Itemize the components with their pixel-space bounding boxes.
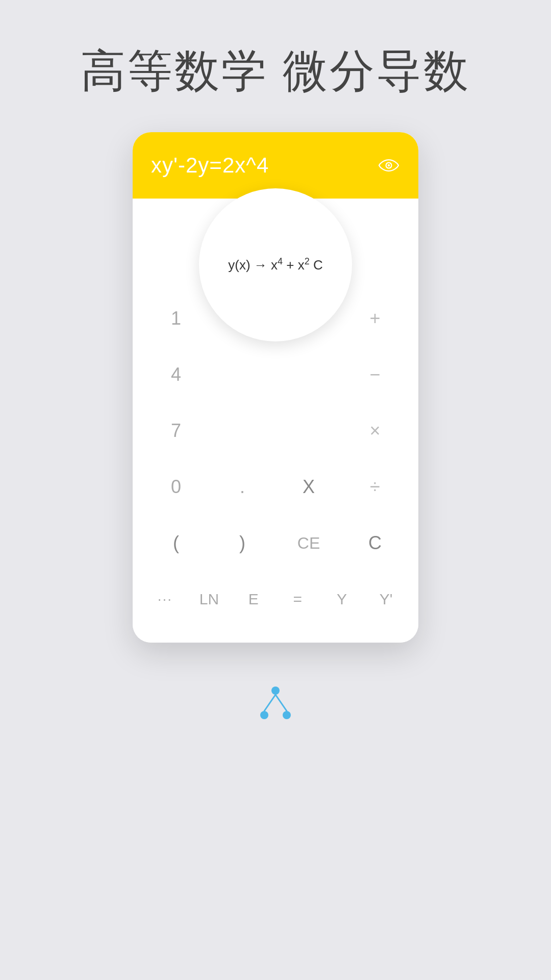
key-4[interactable]: 4 <box>143 347 209 403</box>
svg-point-4 <box>283 711 291 719</box>
calc-expression: xy'-2y=2x^4 <box>151 153 269 178</box>
key-close-paren[interactable]: ) <box>209 515 276 571</box>
key-minus[interactable]: − <box>342 347 408 403</box>
key-9[interactable] <box>276 403 342 459</box>
key-e[interactable]: E <box>231 571 276 627</box>
key-y-prime[interactable]: Y' <box>364 571 408 627</box>
key-0[interactable]: 0 <box>143 459 209 515</box>
key-ln[interactable]: LN <box>187 571 232 627</box>
key-5[interactable] <box>209 347 276 403</box>
svg-line-6 <box>276 695 287 711</box>
svg-line-5 <box>264 695 276 711</box>
app-icon-container <box>255 683 296 726</box>
key-x[interactable]: X <box>276 459 342 515</box>
svg-point-2 <box>271 687 280 695</box>
svg-point-1 <box>388 164 390 167</box>
key-equals[interactable]: = <box>276 571 320 627</box>
key-1[interactable]: 1 <box>143 290 209 347</box>
key-open-paren[interactable]: ( <box>143 515 209 571</box>
svg-point-3 <box>260 711 268 719</box>
calc-extra-row: ··· LN E = Y Y' <box>143 571 408 627</box>
key-6[interactable] <box>276 347 342 403</box>
key-plus[interactable]: + <box>342 290 408 347</box>
key-c[interactable]: C <box>342 515 408 571</box>
key-ce[interactable]: CE <box>276 515 342 571</box>
calculator-card: xy'-2y=2x^4 y(x) → x4 + x2 C 1 2 3 + 4 <box>133 132 418 643</box>
result-bubble: y(x) → x4 + x2 C <box>199 188 352 341</box>
app-icon[interactable] <box>255 683 296 726</box>
key-8[interactable] <box>209 403 276 459</box>
key-multiply[interactable]: × <box>342 403 408 459</box>
key-y[interactable]: Y <box>320 571 364 627</box>
key-divide[interactable]: ÷ <box>342 459 408 515</box>
result-text: y(x) → x4 + x2 C <box>228 255 322 274</box>
page-title: 高等数学 微分导数 <box>81 41 470 102</box>
key-7[interactable]: 7 <box>143 403 209 459</box>
eye-icon-button[interactable] <box>378 154 400 177</box>
key-dot[interactable]: . <box>209 459 276 515</box>
key-more[interactable]: ··· <box>143 571 187 627</box>
